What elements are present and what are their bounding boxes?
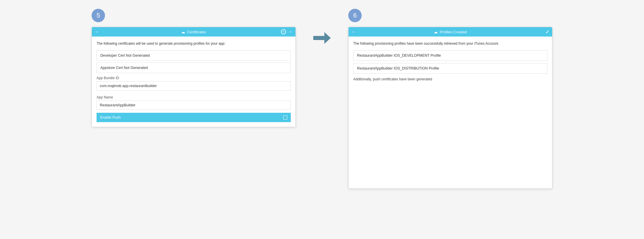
close-button-5[interactable]: × (281, 29, 286, 34)
bundle-id-label: App Bundle ID (97, 76, 291, 80)
cloud-icon-5: ☁ (181, 30, 185, 34)
step-5-container: 5 ← ☁ Certificates × → The following cer… (92, 9, 296, 127)
back-arrow-6[interactable]: ← (351, 29, 356, 34)
additionally-text: Additionally, push certificates have bee… (353, 77, 547, 81)
step-5-titlebar-right: × → (281, 29, 293, 34)
bundle-id-input[interactable] (97, 81, 291, 91)
step-5-titlebar: ← ☁ Certificates × → (92, 27, 295, 37)
step-6-title: Profiles Created (440, 30, 467, 34)
cloud-icon-6: ☁ (434, 30, 438, 34)
cert-item-developer: Developer Cert Not Generated (97, 50, 291, 61)
step-6-badge: 6 (348, 9, 362, 22)
step-arrow-icon (313, 32, 331, 44)
enable-push-row[interactable]: Enable Push (97, 113, 291, 122)
enable-push-label: Enable Push (100, 115, 121, 120)
step-6-body: The following provisioning profiles have… (349, 37, 552, 188)
step-6-titlebar-left: ← (351, 29, 356, 34)
step-5-titlebar-center: ☁ Certificates (181, 30, 206, 34)
step-6-titlebar-center: ☁ Profiles Created (434, 30, 467, 34)
step-6-window: ← ☁ Profiles Created ✓ The following pro… (348, 27, 552, 189)
profile-item-distribution: RestaurantAppBuilder IOS_DISTRIBUTION Pr… (353, 63, 547, 74)
arrow-connector (313, 9, 331, 44)
step-6-container: 6 ← ☁ Profiles Created ✓ The following p… (348, 9, 552, 189)
step-5-window: ← ☁ Certificates × → The following certi… (92, 27, 296, 127)
step-6-titlebar-right: ✓ (545, 29, 549, 35)
step-5-body: The following certificates will be used … (92, 37, 295, 127)
back-arrow-5[interactable]: ← (95, 29, 99, 34)
step-5-titlebar-left: ← (95, 29, 99, 34)
step-5-badge: 5 (92, 9, 105, 22)
check-button-6[interactable]: ✓ (545, 29, 549, 35)
enable-push-checkbox[interactable] (283, 115, 287, 120)
step-6-titlebar: ← ☁ Profiles Created ✓ (349, 27, 552, 37)
profile-item-development: RestaurantAppBuilder IOS_DEVELOPMENT Pro… (353, 50, 547, 61)
app-name-input[interactable] (97, 101, 291, 110)
app-name-label: App Name (97, 95, 291, 99)
step-6-description: The following provisioning profiles have… (353, 41, 547, 46)
forward-arrow-5[interactable]: → (288, 29, 293, 34)
step-5-title: Certificates (187, 30, 206, 34)
step-5-description: The following certificates will be used … (97, 41, 291, 46)
cert-item-appstore: Appstore Cert Not Generated (97, 63, 291, 73)
